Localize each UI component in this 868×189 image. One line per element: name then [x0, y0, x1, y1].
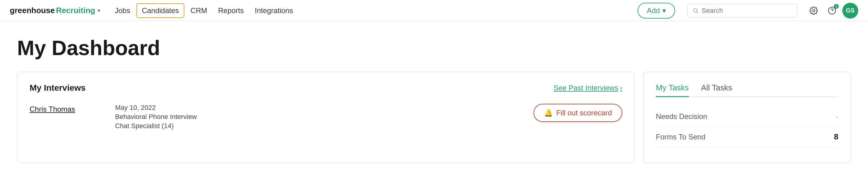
main-layout: My Interviews See Past Interviews › Chri… — [17, 72, 851, 163]
forms-to-send-value: 8 — [834, 132, 838, 142]
tasks-card: My Tasks All Tasks Needs Decision - Form… — [643, 72, 851, 163]
search-icon — [692, 7, 699, 14]
page-content: My Dashboard My Interviews See Past Inte… — [0, 21, 868, 173]
interview-details: May 10, 2022 Behavioral Phone Interview … — [115, 104, 231, 130]
gear-icon — [809, 6, 818, 15]
needs-decision-label: Needs Decision — [656, 112, 707, 121]
add-caret-icon: ▾ — [662, 6, 666, 15]
avatar[interactable]: GS — [842, 3, 858, 18]
add-label: Add — [647, 6, 660, 15]
add-button[interactable]: Add ▾ — [638, 3, 675, 18]
needs-decision-row: Needs Decision - — [656, 107, 838, 126]
see-past-label: See Past Interviews — [554, 84, 618, 92]
help-button[interactable]: 1 — [824, 3, 840, 18]
page-title: My Dashboard — [17, 36, 851, 60]
nav-links: Jobs Candidates CRM Reports Integrations — [110, 3, 298, 18]
nav-integrations[interactable]: Integrations — [250, 4, 298, 17]
tab-all-tasks[interactable]: All Tasks — [701, 83, 732, 97]
interview-role: Chat Specialist (14) — [115, 122, 231, 130]
interviews-card: My Interviews See Past Interviews › Chri… — [17, 72, 635, 163]
nav-crm[interactable]: CRM — [186, 4, 212, 17]
nav-candidates[interactable]: Candidates — [136, 3, 184, 18]
interviews-card-header: My Interviews See Past Interviews › — [30, 83, 622, 93]
search-box[interactable] — [687, 4, 797, 17]
interviews-card-title: My Interviews — [30, 83, 86, 93]
bell-icon: 🔔 — [544, 109, 553, 117]
logo-greenhouse: greenhouse — [10, 6, 55, 15]
interview-row: Chris Thomas May 10, 2022 Behavioral Pho… — [30, 104, 622, 130]
svg-line-1 — [697, 11, 698, 13]
navbar: greenhouse Recruiting ▾ Jobs Candidates … — [0, 0, 868, 21]
fill-scorecard-label: Fill out scorecard — [556, 109, 612, 117]
svg-point-2 — [813, 9, 815, 11]
nav-reports[interactable]: Reports — [213, 4, 249, 17]
search-input[interactable] — [702, 7, 792, 14]
fill-scorecard-button[interactable]: 🔔 Fill out scorecard — [533, 104, 622, 122]
chevron-right-icon: › — [620, 84, 622, 92]
logo-recruiting: Recruiting — [56, 6, 95, 15]
tab-my-tasks[interactable]: My Tasks — [656, 83, 689, 97]
candidate-name-link[interactable]: Chris Thomas — [30, 104, 115, 114]
logo[interactable]: greenhouse Recruiting ▾ — [10, 6, 100, 15]
interview-type: Behavioral Phone Interview — [115, 113, 231, 121]
logo-caret: ▾ — [98, 8, 100, 13]
interview-date: May 10, 2022 — [115, 104, 231, 112]
forms-to-send-row: Forms To Send 8 — [656, 126, 838, 147]
settings-button[interactable] — [806, 3, 822, 18]
forms-to-send-label: Forms To Send — [656, 133, 705, 141]
help-badge: 1 — [834, 4, 839, 9]
nav-jobs[interactable]: Jobs — [110, 4, 135, 17]
tasks-tabs: My Tasks All Tasks — [656, 83, 838, 97]
see-past-interviews-link[interactable]: See Past Interviews › — [554, 84, 622, 92]
needs-decision-value: - — [836, 112, 838, 121]
